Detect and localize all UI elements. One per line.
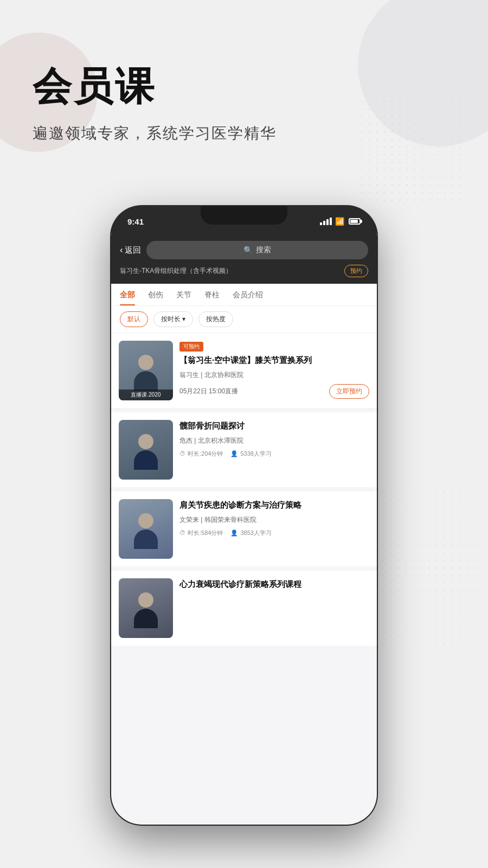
phone-mockup: 9:41 📶 ‹ 返回 [111,206,377,825]
people-icon: 👤 [230,450,238,457]
search-icon: 🔍 [243,246,253,254]
course-card-1[interactable]: 直播课.2020 可预约 【翁习生·空中课堂】膝关节置换系列 翁习生 | 北京协… [111,333,377,408]
phone-frame: 9:41 📶 ‹ 返回 [111,206,377,825]
course-author-1: 翁习生 | 北京协和医院 [179,371,369,380]
nav-bar: ‹ 返回 🔍 搜索 [111,233,377,265]
course-meta-2: ⏱ 时长:204分钟 👤 5338人学习 [179,450,369,458]
back-arrow-icon: ‹ [120,245,123,256]
announce-bar: 翁习生-TKA骨组织处理（含手术视频） 预约 [111,265,377,284]
course-card-3[interactable]: 肩关节疾患的诊断方案与治疗策略 文荣来 | 韩国荣来骨科医院 ⏱ 时长:584分… [111,492,377,566]
tab-trauma[interactable]: 创伤 [148,284,163,305]
tab-bar: 全部 创伤 关节 脊柱 会员介绍 [111,284,377,306]
status-icons: 📶 [320,214,361,226]
announce-reserve-button[interactable]: 预约 [344,265,368,277]
wifi-icon: 📶 [335,217,344,226]
background-dots-1 [358,98,466,206]
course-title-1: 【翁习生·空中课堂】膝关节置换系列 [179,354,369,366]
course-thumbnail-4 [119,578,173,638]
course-list: 直播课.2020 可预约 【翁习生·空中课堂】膝关节置换系列 翁习生 | 北京协… [111,333,377,650]
course-duration-3: ⏱ 时长:584分钟 [179,529,223,537]
course-learners-2: 👤 5338人学习 [230,450,271,458]
course-info-4: 心力衰竭现代诊疗新策略系列课程 [179,578,369,595]
people-icon-2: 👤 [230,529,238,537]
filter-popularity[interactable]: 按热度 [198,311,233,327]
tab-member-intro[interactable]: 会员介绍 [233,284,263,305]
hero-title: 会员课 [33,65,277,108]
course-info-3: 肩关节疾患的诊断方案与治疗策略 文荣来 | 韩国荣来骨科医院 ⏱ 时长:584分… [179,499,369,537]
course-reserve-button-1[interactable]: 立即预约 [329,384,369,399]
back-button[interactable]: ‹ 返回 [120,245,141,256]
clock-icon: ⏱ [179,450,185,457]
hero-section: 会员课 遍邀领域专家，系统学习医学精华 [33,65,277,144]
course-meta-3: ⏱ 时长:584分钟 👤 3853人学习 [179,529,369,537]
tab-joint[interactable]: 关节 [176,284,191,305]
course-info-2: 髋部骨折问题探讨 危杰 | 北京积水潭医院 ⏱ 时长:204分钟 👤 5338人… [179,420,369,458]
course-date-1: 05月22日 15:00直播 [179,387,238,396]
filter-default[interactable]: 默认 [120,311,148,327]
clock-icon-2: ⏱ [179,529,185,536]
course-card-4[interactable]: 心力衰竭现代诊疗新策略系列课程 [111,571,377,646]
course-title-4: 心力衰竭现代诊疗新策略系列课程 [179,578,369,590]
search-placeholder: 搜索 [256,245,271,255]
course-action-1: 05月22日 15:00直播 立即预约 [179,384,369,399]
thumb-label-1: 直播课.2020 [119,390,173,400]
phone-notch [201,206,287,225]
course-thumbnail-3 [119,499,173,559]
filter-row: 默认 按时长 ▾ 按热度 [111,306,377,333]
course-duration-2: ⏱ 时长:204分钟 [179,450,223,458]
course-info-1: 可预约 【翁习生·空中课堂】膝关节置换系列 翁习生 | 北京协和医院 05月22… [179,341,369,399]
filter-duration[interactable]: 按时长 ▾ [153,311,193,327]
tab-all[interactable]: 全部 [120,284,135,305]
course-tag-1: 可预约 [179,342,203,352]
battery-icon [349,218,361,225]
course-learners-3: 👤 3853人学习 [230,529,271,537]
search-box[interactable]: 🔍 搜索 [146,241,368,259]
course-title-2: 髋部骨折问题探讨 [179,420,369,432]
signal-icon [320,218,332,225]
hero-subtitle: 遍邀领域专家，系统学习医学精华 [33,123,277,144]
course-title-3: 肩关节疾患的诊断方案与治疗策略 [179,499,369,511]
course-card-2[interactable]: 髋部骨折问题探讨 危杰 | 北京积水潭医院 ⏱ 时长:204分钟 👤 5338人… [111,412,377,487]
course-author-3: 文荣来 | 韩国荣来骨科医院 [179,515,369,525]
announce-text: 翁习生-TKA骨组织处理（含手术视频） [120,266,232,276]
background-dots-2 [380,488,477,651]
course-thumbnail-1: 直播课.2020 [119,341,173,400]
tab-spine[interactable]: 脊柱 [204,284,220,305]
phone-screen: ‹ 返回 🔍 搜索 翁习生-TKA骨组织处理（含手术视频） 预约 全部 创伤 关… [111,233,377,825]
course-thumbnail-2 [119,420,173,480]
status-time: 9:41 [127,214,144,226]
back-label: 返回 [125,245,141,256]
course-author-2: 危杰 | 北京积水潭医院 [179,436,369,445]
